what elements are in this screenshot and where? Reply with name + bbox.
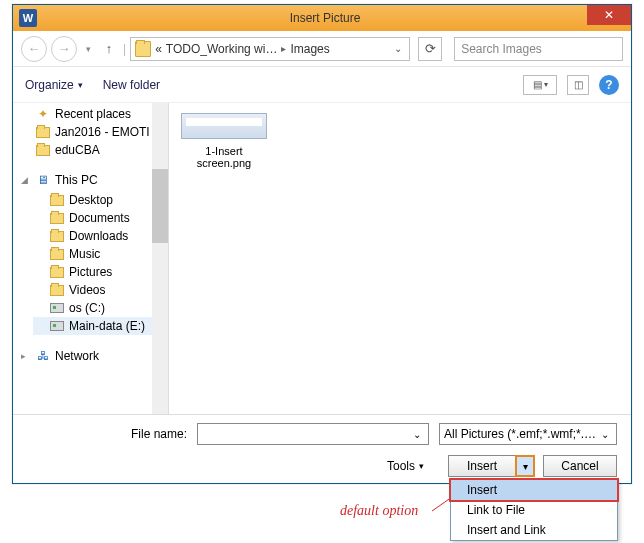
dropdown-item-insert[interactable]: Insert [451,480,617,500]
insert-dropdown-menu: Insert Link to File Insert and Link [450,479,618,541]
annotation-line [0,0,644,543]
dropdown-item-insert-and-link[interactable]: Insert and Link [451,520,617,540]
dropdown-item-link-to-file[interactable]: Link to File [451,500,617,520]
